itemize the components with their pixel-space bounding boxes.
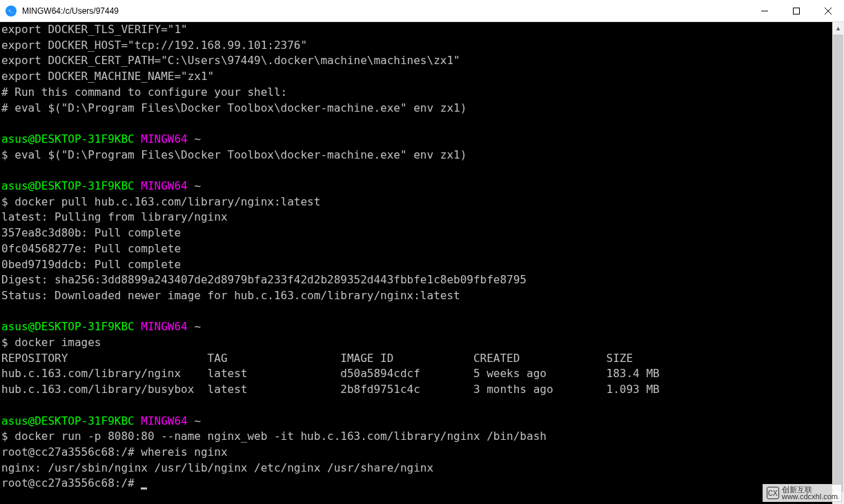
watermark-line2: www.cdcxhl.com	[782, 493, 838, 500]
command-line: $ docker images	[1, 336, 101, 349]
watermark: CX 创新互联 www.cdcxhl.com	[763, 484, 842, 502]
output-line: export DOCKER_HOST="tcp://192.168.99.101…	[1, 39, 307, 52]
output-line: root@cc27a3556c68:/# whereis nginx	[1, 445, 228, 458]
maximize-button[interactable]	[781, 0, 812, 22]
table-row: hub.c.163.com/library/busybox latest 2b8…	[1, 383, 660, 396]
prompt-env: MINGW64	[141, 320, 187, 333]
prompt-root: root@cc27a3556c68:/#	[1, 476, 141, 490]
cursor	[141, 487, 147, 490]
output-line: 357ea8c3d80b: Pull complete	[1, 226, 181, 239]
prompt-env: MINGW64	[141, 414, 187, 427]
terminal-area[interactable]: export DOCKER_TLS_VERIFY="1" export DOCK…	[0, 22, 844, 504]
command-line: $ docker run -p 8080:80 --name nginx_web…	[1, 430, 547, 443]
prompt-user: asus@DESKTOP-31F9KBC	[1, 414, 135, 427]
table-header: REPOSITORY TAG IMAGE ID CREATED SIZE	[1, 352, 633, 365]
close-button[interactable]	[812, 0, 844, 22]
output-line: 0fc04568277e: Pull complete	[1, 242, 181, 255]
prompt-path: ~	[194, 320, 201, 333]
svg-rect-1	[794, 8, 800, 14]
table-row: hub.c.163.com/library/nginx latest d50a5…	[1, 367, 660, 380]
prompt-env: MINGW64	[141, 179, 187, 192]
command-line: $ docker pull hub.c.163.com/library/ngin…	[1, 195, 320, 208]
output-line: # eval $("D:\Program Files\Docker Toolbo…	[1, 101, 467, 114]
window-title: MINGW64:/c/Users/97449	[22, 6, 119, 16]
prompt-user: asus@DESKTOP-31F9KBC	[1, 179, 135, 192]
scrollbar[interactable]: ▲ ▼	[832, 22, 844, 504]
output-line: 0bed9719ddcb: Pull complete	[1, 258, 181, 271]
watermark-logo: CX	[767, 487, 779, 499]
output-line: export DOCKER_CERT_PATH="C:\Users\97449\…	[1, 54, 460, 67]
output-line: Status: Downloaded newer image for hub.c…	[1, 289, 460, 302]
output-line: latest: Pulling from library/nginx	[1, 210, 228, 223]
scroll-thumb[interactable]	[833, 34, 843, 492]
output-line: nginx: /usr/sbin/nginx /usr/lib/nginx /e…	[1, 461, 433, 474]
command-line: $ eval $("D:\Program Files\Docker Toolbo…	[1, 148, 467, 161]
output-line: export DOCKER_TLS_VERIFY="1"	[1, 23, 188, 36]
prompt-user: asus@DESKTOP-31F9KBC	[1, 320, 135, 333]
output-line: Digest: sha256:3dd8899a243407de2d8979bfa…	[1, 273, 527, 286]
prompt-env: MINGW64	[141, 132, 187, 145]
minimize-button[interactable]	[749, 0, 781, 22]
scroll-up-icon[interactable]: ▲	[832, 22, 844, 34]
app-icon: ›_	[6, 6, 17, 17]
window-titlebar: ›_ MINGW64:/c/Users/97449	[0, 0, 844, 22]
output-line: # Run this command to configure your she…	[1, 85, 287, 99]
output-line: export DOCKER_MACHINE_NAME="zx1"	[1, 70, 214, 83]
prompt-path: ~	[194, 179, 201, 192]
prompt-user: asus@DESKTOP-31F9KBC	[1, 132, 135, 145]
prompt-path: ~	[194, 132, 201, 145]
prompt-path: ~	[194, 414, 201, 427]
